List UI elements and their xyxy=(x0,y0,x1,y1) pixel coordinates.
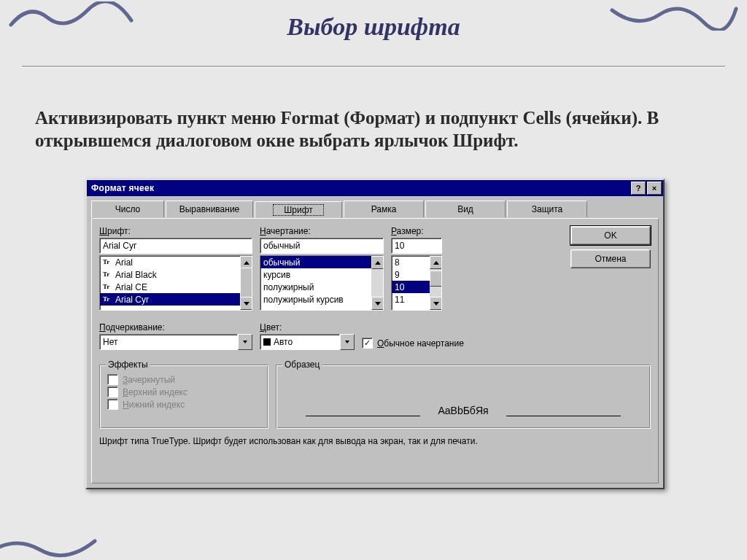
normal-font-checkbox[interactable]: ✓ xyxy=(362,338,373,349)
size-listbox[interactable]: 8 9 10 11 xyxy=(391,255,442,311)
effects-group: Эффекты Зачеркнутый Верхний индекс Нижни… xyxy=(99,365,268,429)
style-input[interactable]: обычный xyxy=(260,238,384,254)
scroll-down-icon[interactable] xyxy=(371,297,384,310)
effects-legend: Эффекты xyxy=(106,359,150,370)
scroll-thumb[interactable] xyxy=(240,268,252,300)
sample-text: AaBbБбЯя xyxy=(438,405,488,416)
underline-value: Нет xyxy=(99,334,238,350)
superscript-checkbox[interactable] xyxy=(107,386,118,397)
size-input[interactable]: 10 xyxy=(391,238,442,254)
tab-number[interactable]: Число xyxy=(91,201,164,217)
underline-label: Подчеркивание: xyxy=(99,322,252,332)
list-item[interactable]: 11 xyxy=(392,293,430,306)
cancel-button[interactable]: Отмена xyxy=(570,249,651,268)
tab-protection[interactable]: Защита xyxy=(507,201,587,217)
list-item[interactable]: TrArial Cyr xyxy=(100,293,240,306)
scroll-up-icon[interactable] xyxy=(371,256,384,269)
truetype-icon: Tr xyxy=(103,271,112,279)
instruction-text: Активизировать пункт меню Format (Формат… xyxy=(35,106,703,152)
subscript-label: Нижний индекс xyxy=(123,400,185,410)
scroll-thumb[interactable] xyxy=(430,271,442,287)
sample-underline xyxy=(306,416,420,416)
sample-underline xyxy=(506,416,621,416)
color-label: Цвет: xyxy=(260,322,355,332)
truetype-icon: Tr xyxy=(103,295,112,303)
size-label: Размер: xyxy=(391,226,442,236)
format-cells-dialog: Формат ячеек ? × Число Выравнивание Шриф… xyxy=(85,179,665,489)
titlebar-text: Формат ячеек xyxy=(91,183,154,193)
color-combo[interactable]: Авто xyxy=(260,334,355,350)
strikethrough-checkbox[interactable] xyxy=(107,374,118,385)
truetype-icon: Tr xyxy=(103,258,112,266)
underline-combo[interactable]: Нет xyxy=(99,334,252,350)
titlebar[interactable]: Формат ячеек ? × xyxy=(87,180,663,196)
chevron-down-icon[interactable] xyxy=(238,334,252,350)
help-button[interactable]: ? xyxy=(631,182,646,195)
ok-button[interactable]: OK xyxy=(570,226,651,245)
subscript-checkbox[interactable] xyxy=(107,399,118,410)
scrollbar[interactable] xyxy=(430,256,441,310)
font-input[interactable]: Arial Cyr xyxy=(99,238,252,254)
truetype-hint: Шрифт типа TrueType. Шрифт будет использ… xyxy=(99,436,651,446)
tab-alignment[interactable]: Выравнивание xyxy=(166,201,253,217)
superscript-label: Верхний индекс xyxy=(123,387,187,397)
scroll-down-icon[interactable] xyxy=(240,297,252,310)
list-item[interactable]: полужирный xyxy=(260,281,371,293)
list-item[interactable]: курсив xyxy=(260,268,371,281)
list-item[interactable]: 8 xyxy=(392,256,430,268)
tab-view[interactable]: Вид xyxy=(425,201,506,217)
scroll-down-icon[interactable] xyxy=(430,297,442,310)
tab-font[interactable]: Шрифт xyxy=(255,201,342,219)
scrollbar[interactable] xyxy=(240,256,252,310)
tab-strip: Число Выравнивание Шрифт Рамка Вид Защит… xyxy=(91,201,659,218)
divider-highlight xyxy=(22,67,725,68)
truetype-icon: Tr xyxy=(103,283,112,291)
strikethrough-label: Зачеркнутый xyxy=(123,375,175,385)
list-item[interactable]: 10 xyxy=(392,281,430,293)
chevron-down-icon[interactable] xyxy=(340,334,355,350)
color-swatch-icon xyxy=(263,338,271,346)
color-value: Авто xyxy=(260,334,340,350)
tab-border[interactable]: Рамка xyxy=(344,201,424,217)
list-item[interactable]: обычный xyxy=(260,256,371,268)
style-listbox[interactable]: обычный курсив полужирный полужирный кур… xyxy=(260,255,384,311)
scroll-up-icon[interactable] xyxy=(430,256,442,269)
sample-group: Образец AaBbБбЯя xyxy=(276,365,651,429)
list-item[interactable]: 9 xyxy=(392,268,430,281)
scrollbar[interactable] xyxy=(371,256,383,310)
font-label: Шрифт: xyxy=(99,226,252,236)
list-item[interactable]: TrArial Black xyxy=(100,268,240,281)
style-label: Начертание: xyxy=(260,226,384,236)
normal-font-label: Обычное начертание xyxy=(377,338,464,349)
slide-title: Выбор шрифта xyxy=(0,0,747,41)
sample-legend: Образец xyxy=(282,359,322,370)
list-item[interactable]: полужирный курсив xyxy=(260,293,371,306)
font-listbox[interactable]: TrArial TrArial Black TrArial CE TrArial… xyxy=(99,255,252,311)
close-button[interactable]: × xyxy=(647,182,662,195)
list-item[interactable]: TrArial CE xyxy=(100,281,240,293)
list-item[interactable]: TrArial xyxy=(100,256,240,268)
